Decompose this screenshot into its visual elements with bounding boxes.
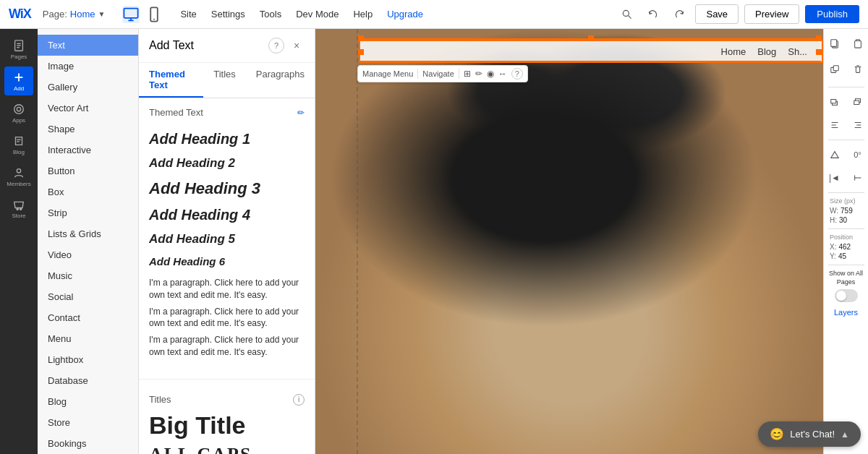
close-panel-button[interactable]: × [289, 38, 305, 53]
toolbar-icon-3[interactable]: ◉ [487, 69, 494, 79]
rp-layer-up-icon[interactable] [825, 92, 845, 112]
panel-item-music[interactable]: Music [38, 265, 138, 286]
save-button[interactable]: Save [695, 4, 739, 24]
add-heading-3[interactable]: Add Heading 3 [149, 175, 305, 202]
sidebar-item-apps[interactable]: Apps [4, 98, 33, 127]
rp-show-all-toggle[interactable] [835, 289, 858, 302]
desktop-icon[interactable] [122, 6, 140, 23]
redo-icon[interactable] [669, 4, 689, 25]
nav-devmode[interactable]: Dev Mode [296, 9, 339, 20]
panel-item-menu[interactable]: Menu [38, 328, 138, 349]
page-link[interactable]: Home [70, 9, 95, 20]
panel-item-image[interactable]: Image [38, 56, 138, 77]
preview-button[interactable]: Preview [744, 4, 799, 24]
help-icon-btn[interactable]: ? [268, 38, 284, 53]
publish-button[interactable]: Publish [805, 5, 859, 23]
rp-unpin-icon[interactable] [848, 168, 868, 188]
site-nav-blog[interactable]: Blog [757, 46, 776, 57]
panel-item-interactive[interactable]: Interactive [38, 140, 138, 160]
panel-item-social[interactable]: Social [38, 286, 138, 307]
chat-collapse-icon[interactable]: ▲ [841, 429, 849, 440]
panel-item-contact[interactable]: Contact [38, 307, 138, 328]
themed-text-edit-icon[interactable]: ✏ [297, 108, 305, 118]
svg-rect-0 [124, 8, 138, 17]
nav-site[interactable]: Site [180, 9, 196, 20]
add-heading-1[interactable]: Add Heading 1 [149, 127, 305, 152]
chat-button[interactable]: 😊 Let's Chat! ▲ [758, 421, 861, 447]
undo-icon[interactable] [643, 4, 663, 25]
toolbar-icon-2[interactable]: ✏ [475, 69, 482, 79]
rp-pin-icon[interactable]: |◄ [825, 168, 845, 188]
rp-delete-icon[interactable] [848, 59, 868, 80]
tab-titles[interactable]: Titles [203, 63, 246, 98]
sidebar-item-members[interactable]: Members [4, 162, 33, 191]
titles-info-icon[interactable]: i [293, 394, 305, 406]
rp-align-right-icon[interactable] [848, 115, 868, 135]
svg-marker-38 [830, 152, 838, 158]
add-heading-4[interactable]: Add Heading 4 [149, 202, 305, 228]
paragraph-2[interactable]: I'm a paragraph. Click here to add your … [149, 306, 305, 330]
nav-settings[interactable]: Settings [211, 9, 245, 20]
rp-height-value[interactable]: 30 [839, 216, 847, 224]
panel-item-text[interactable]: Text [38, 35, 138, 56]
panel-item-database[interactable]: Database [38, 370, 138, 391]
nav-help[interactable]: Help [353, 9, 373, 20]
tab-themed-text[interactable]: Themed Text [139, 63, 203, 98]
all-caps-title[interactable]: ALL CAPS TITLE [149, 444, 305, 454]
rp-layers-btn[interactable]: Layers [834, 308, 858, 317]
manage-menu-btn[interactable]: Manage Menu [362, 69, 413, 78]
rp-triangle-icon[interactable] [825, 145, 845, 165]
rp-align-left-icon[interactable] [825, 115, 845, 135]
nav-tools[interactable]: Tools [260, 9, 281, 20]
rp-duplicate-icon[interactable] [825, 59, 845, 80]
zoom-icon[interactable] [617, 4, 637, 25]
panel-item-strip[interactable]: Strip [38, 202, 138, 223]
tab-paragraphs[interactable]: Paragraphs [246, 63, 315, 98]
sidebar-item-blog[interactable]: Blog [4, 130, 33, 159]
rp-y-value[interactable]: 45 [838, 252, 846, 260]
rp-layer-down-icon[interactable] [848, 92, 868, 112]
add-heading-5[interactable]: Add Heading 5 [149, 228, 305, 251]
sidebar-item-add[interactable]: Add [4, 67, 33, 95]
panel-item-box[interactable]: Box [38, 181, 138, 202]
toolbar-icon-1[interactable]: ⊞ [464, 69, 471, 79]
selection-dot-top-right [816, 35, 822, 41]
toolbar-icon-4[interactable]: ↔ [498, 69, 507, 79]
panel-item-bookings[interactable]: Bookings [38, 433, 138, 454]
mobile-icon[interactable] [145, 6, 163, 23]
add-heading-6[interactable]: Add Heading 6 [149, 251, 305, 273]
add-heading-2[interactable]: Add Heading 2 [149, 152, 305, 175]
paragraph-1[interactable]: I'm a paragraph. Click here to add your … [149, 277, 305, 301]
rp-rotate-icon[interactable]: 0° [848, 145, 868, 165]
right-panel: 0° |◄ Size (px) W: 759 H: 30 Position [823, 29, 868, 454]
text-element-panel: Text Image Gallery Vector Art Shape Inte… [38, 29, 139, 454]
rp-toggle-knob [836, 291, 846, 301]
rp-paste-icon[interactable] [848, 33, 868, 53]
panel-item-button[interactable]: Button [38, 160, 138, 181]
big-title[interactable]: Big Title [149, 411, 305, 440]
page-dropdown-icon[interactable]: ▼ [98, 10, 106, 18]
site-nav-home[interactable]: Home [721, 46, 746, 57]
nav-upgrade[interactable]: Upgrade [387, 9, 423, 20]
panel-item-shape[interactable]: Shape [38, 119, 138, 140]
add-text-title: Add Text [149, 39, 194, 52]
rp-x-label: X: [830, 243, 836, 251]
toolbar-help-icon[interactable]: ? [511, 68, 523, 80]
panel-item-lightbox[interactable]: Lightbox [38, 349, 138, 370]
rp-x-value[interactable]: 462 [838, 243, 851, 251]
panel-item-gallery[interactable]: Gallery [38, 77, 138, 98]
svg-rect-24 [833, 66, 838, 71]
svg-rect-22 [854, 41, 861, 48]
site-nav-more[interactable]: Sh... [788, 46, 807, 57]
sidebar-item-store[interactable]: Store [4, 194, 33, 223]
panel-item-vector-art[interactable]: Vector Art [38, 98, 138, 119]
panel-item-blog2[interactable]: Blog [38, 391, 138, 412]
panel-item-video[interactable]: Video [38, 244, 138, 265]
rp-width-value[interactable]: 759 [841, 207, 853, 215]
panel-item-lists-grids[interactable]: Lists & Grids [38, 223, 138, 244]
navigate-btn[interactable]: Navigate [422, 69, 454, 78]
paragraph-3[interactable]: I'm a paragraph. Click here to add your … [149, 334, 305, 359]
sidebar-item-pages[interactable]: Pages [4, 35, 33, 64]
rp-copy-icon[interactable] [825, 33, 845, 53]
panel-item-store2[interactable]: Store [38, 412, 138, 433]
